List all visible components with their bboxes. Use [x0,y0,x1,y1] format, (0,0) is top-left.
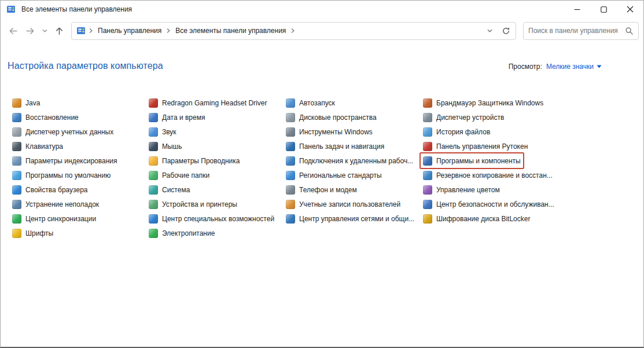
control-panel-item-label: Центр специальных возможностей [162,215,274,223]
control-panel-item[interactable]: Региональные стандарты [284,168,384,182]
close-button[interactable] [617,1,643,18]
search-icon[interactable] [625,27,634,35]
control-panel-item[interactable]: Дисковые пространства [284,110,379,124]
control-panel-item-label: Redragon Gaming Headset Driver [162,99,267,107]
view-selector[interactable]: Мелкие значки [546,63,602,71]
power-options-icon [149,229,158,238]
security-maintenance-icon [423,200,432,209]
control-panel-item[interactable]: Подключения к удаленным рабоч... [284,153,415,168]
search-box [523,22,639,40]
control-panel-item[interactable]: Дата и время [146,110,207,124]
control-panel-item-label: Свойства браузера [25,186,88,194]
control-panel-item-label: Телефон и модем [299,186,357,194]
items-column: JavaВосстановлениеДиспетчер учетных данн… [10,96,146,240]
navigation-toolbar: Панель управления Все элементы панели уп… [1,18,643,43]
control-panel-item-label: Программы по умолчанию [25,171,111,180]
control-panel-item[interactable]: Центр безопасности и обслуживан... [421,197,557,211]
control-panel-item[interactable]: Мышь [146,139,185,153]
control-panel-item[interactable]: Устранение неполадок [10,197,101,211]
troubleshooting-icon [12,200,21,209]
control-panel-item[interactable]: Шифрование диска BitLocker [421,211,532,226]
chevron-right-icon [165,28,171,34]
keyboard-icon [12,142,21,151]
address-dropdown-button[interactable] [482,23,497,38]
control-panel-item[interactable]: Диспетчер устройств [421,110,506,124]
recovery-icon [12,113,21,122]
control-panel-item[interactable]: Программы и компоненты [421,153,523,168]
backup-restore-icon [423,171,432,180]
control-panel-icon [6,5,16,14]
bitlocker-icon [423,214,432,224]
region-icon [286,171,295,180]
search-input[interactable] [528,27,625,35]
control-panel-item[interactable]: Электропитание [146,226,217,240]
content-area: Настройка параметров компьютера Просмотр… [1,43,643,347]
control-panel-item[interactable]: Звук [146,124,179,139]
recent-locations-button[interactable] [39,22,50,39]
control-panel-item[interactable]: Восстановление [10,110,81,124]
control-panel-item-label: Восстановление [25,113,79,122]
headset-driver-icon [149,98,158,108]
control-panel-item[interactable]: Система [146,182,192,197]
control-panel-item-label: Параметры индексирования [25,157,117,165]
content-header: Настройка параметров компьютера Просмотр… [8,61,636,71]
control-panel-item[interactable]: Центр синхронизации [10,211,98,226]
java-icon [12,98,21,108]
sync-center-icon [12,214,21,224]
control-panel-item-label: Шрифты [25,229,53,237]
control-panel-item[interactable]: Устройства и принтеры [146,197,240,211]
programs-features-icon [423,156,432,166]
control-panel-item[interactable]: Клавиатура [10,139,65,153]
control-panel-item-label: Автозапуск [299,99,335,107]
control-panel-item[interactable]: Диспетчер учетных данных [10,124,116,139]
view-selector-value: Мелкие значки [546,63,594,71]
control-panel-item[interactable]: Программы по умолчанию [10,168,113,182]
control-panel-item[interactable]: Шрифты [10,226,56,240]
control-panel-item[interactable]: Инструменты Windows [284,124,375,139]
maximize-button[interactable] [590,1,617,18]
control-panel-item[interactable]: Java [10,96,42,110]
control-panel-item[interactable]: Резервное копирование и восстан... [421,168,555,182]
network-sharing-center-icon [286,214,295,224]
items-column: Брандмауэр Защитника WindowsДиспетчер ус… [421,96,557,240]
indexing-options-icon [12,156,21,166]
window-controls [564,1,643,18]
control-panel-item[interactable]: Свойства браузера [10,182,90,197]
breadcrumb-all-control-panel-items[interactable]: Все элементы панели управления [172,25,289,36]
address-bar[interactable]: Панель управления Все элементы панели уп… [71,22,516,40]
chevron-right-icon [290,28,296,34]
forward-button[interactable] [21,22,39,39]
control-panel-item-label: Мышь [162,142,182,151]
storage-spaces-icon [286,113,295,122]
control-panel-item-label: Звук [162,128,176,136]
control-panel-item[interactable]: Учетные записи пользователей [284,197,403,211]
view-label: Просмотр: [509,63,542,71]
items-column: Redragon Gaming Headset DriverДата и вре… [146,96,284,240]
up-button[interactable] [50,22,68,39]
control-panel-item[interactable]: Рабочие папки [146,168,212,182]
control-panel-item-label: Шифрование диска BitLocker [436,215,530,223]
control-panel-item[interactable]: Параметры индексирования [10,153,119,168]
devices-printers-icon [149,200,158,209]
control-panel-item[interactable]: Панель задач и навигация [284,139,387,153]
chevron-down-icon [597,65,602,68]
control-panel-item[interactable]: Управление цветом [421,182,502,197]
system-icon [149,185,158,195]
control-panel-item[interactable]: Панель управления Рутокен [421,139,530,153]
control-panel-item[interactable]: Центр специальных возможностей [146,211,277,226]
refresh-button[interactable] [498,23,513,38]
control-panel-window: Все элементы панели управления [0,0,644,348]
breadcrumb-control-panel[interactable]: Панель управления [95,25,164,36]
control-panel-item[interactable]: Автозапуск [284,96,337,110]
control-panel-item[interactable]: Брандмауэр Защитника Windows [421,96,546,110]
control-panel-item-label: Устройства и принтеры [162,200,237,208]
control-panel-item-label: Панель задач и навигация [299,142,384,151]
control-panel-item[interactable]: Телефон и модем [284,182,359,197]
device-manager-icon [423,113,432,122]
back-button[interactable] [4,22,21,39]
control-panel-item[interactable]: Параметры Проводника [146,153,242,168]
control-panel-item[interactable]: Redragon Gaming Headset Driver [146,96,269,110]
minimize-button[interactable] [564,1,590,18]
control-panel-item[interactable]: Центр управления сетями и общи... [284,211,417,226]
control-panel-item[interactable]: История файлов [421,124,492,139]
